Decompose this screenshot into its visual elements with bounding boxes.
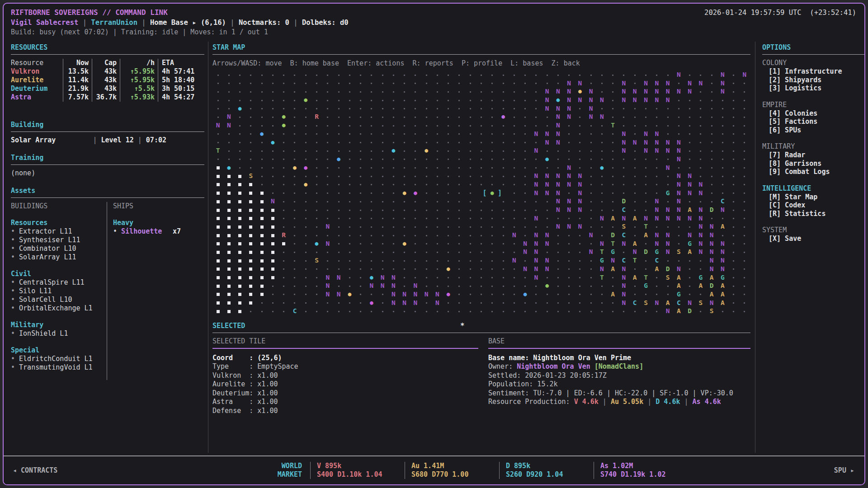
map-cell[interactable] — [739, 79, 750, 88]
map-cell[interactable] — [212, 282, 223, 290]
map-cell[interactable] — [256, 299, 267, 307]
map-cell[interactable] — [223, 299, 234, 307]
map-cell[interactable] — [509, 113, 519, 121]
map-cell[interactable] — [531, 206, 542, 214]
map-cell[interactable] — [300, 70, 311, 79]
map-cell[interactable] — [410, 231, 421, 239]
map-cell[interactable]: C — [618, 231, 629, 239]
map-cell[interactable]: ● — [267, 138, 278, 147]
map-cell[interactable]: N — [542, 138, 552, 147]
map-cell[interactable]: N — [706, 231, 717, 239]
map-cell[interactable] — [256, 189, 267, 197]
map-cell[interactable] — [432, 104, 443, 113]
map-cell[interactable] — [311, 87, 322, 96]
map-cell[interactable] — [585, 180, 596, 189]
map-cell[interactable] — [443, 299, 454, 307]
map-cell[interactable] — [278, 282, 289, 290]
map-cell[interactable] — [256, 164, 267, 172]
map-cell[interactable]: N — [662, 239, 673, 248]
map-cell[interactable] — [235, 222, 245, 231]
map-cell[interactable]: R — [311, 113, 322, 121]
map-cell[interactable] — [684, 265, 695, 273]
map-cell[interactable] — [289, 146, 300, 155]
map-cell[interactable]: N — [706, 256, 717, 265]
map-cell[interactable] — [487, 214, 498, 223]
map-cell[interactable] — [223, 172, 234, 180]
map-cell[interactable] — [399, 214, 410, 223]
map-cell[interactable] — [498, 248, 509, 256]
map-cell[interactable]: N — [410, 290, 421, 299]
map-cell[interactable] — [256, 121, 267, 130]
map-cell[interactable] — [223, 70, 234, 79]
map-cell[interactable] — [410, 113, 421, 121]
map-cell[interactable] — [278, 273, 289, 282]
map-cell[interactable]: N — [542, 130, 552, 138]
map-cell[interactable] — [575, 146, 585, 155]
map-cell[interactable] — [311, 96, 322, 104]
map-cell[interactable] — [256, 70, 267, 79]
map-cell[interactable]: N — [388, 273, 399, 282]
contracts-toggle[interactable]: ◂ CONTRACTS — [4, 466, 248, 474]
map-cell[interactable]: N — [531, 130, 542, 138]
map-cell[interactable] — [322, 96, 333, 104]
map-cell[interactable] — [212, 130, 223, 138]
map-cell[interactable]: N — [531, 180, 542, 189]
map-cell[interactable] — [388, 231, 399, 239]
map-cell[interactable] — [267, 299, 278, 307]
map-cell[interactable]: C — [717, 197, 728, 206]
map-cell[interactable] — [333, 197, 344, 206]
map-cell[interactable] — [212, 239, 223, 248]
map-cell[interactable] — [717, 130, 728, 138]
map-cell[interactable] — [388, 70, 399, 79]
map-cell[interactable] — [618, 248, 629, 256]
map-cell[interactable] — [235, 206, 245, 214]
map-cell[interactable] — [487, 121, 498, 130]
map-cell[interactable] — [498, 180, 509, 189]
map-cell[interactable] — [322, 138, 333, 147]
map-cell[interactable] — [333, 113, 344, 121]
map-cell[interactable] — [432, 256, 443, 265]
map-cell[interactable] — [739, 189, 750, 197]
map-cell[interactable] — [355, 130, 366, 138]
map-cell[interactable]: A — [717, 299, 728, 307]
map-cell[interactable] — [706, 172, 717, 180]
map-cell[interactable] — [662, 180, 673, 189]
map-cell[interactable] — [421, 239, 432, 248]
map-cell[interactable] — [289, 290, 300, 299]
map-cell[interactable] — [432, 87, 443, 96]
map-cell[interactable] — [344, 222, 355, 231]
map-cell[interactable] — [487, 113, 498, 121]
map-cell[interactable] — [223, 231, 234, 239]
map-cell[interactable] — [278, 222, 289, 231]
map-cell[interactable]: N — [695, 180, 706, 189]
map-cell[interactable] — [322, 248, 333, 256]
map-cell[interactable]: N — [684, 231, 695, 239]
map-cell[interactable] — [640, 206, 651, 214]
map-cell[interactable] — [596, 79, 607, 88]
map-cell[interactable] — [344, 113, 355, 121]
map-cell[interactable] — [552, 256, 563, 265]
map-cell[interactable]: A — [662, 299, 673, 307]
map-cell[interactable] — [410, 70, 421, 79]
map-cell[interactable]: N — [673, 206, 684, 214]
map-cell[interactable] — [311, 214, 322, 223]
map-cell[interactable] — [235, 113, 245, 121]
map-cell[interactable]: N — [618, 138, 629, 147]
map-cell[interactable] — [278, 96, 289, 104]
map-cell[interactable] — [377, 222, 388, 231]
map-cell[interactable] — [245, 138, 256, 147]
map-cell[interactable] — [355, 239, 366, 248]
map-cell[interactable] — [278, 155, 289, 164]
map-cell[interactable] — [256, 248, 267, 256]
map-cell[interactable] — [476, 299, 486, 307]
map-cell[interactable] — [728, 222, 739, 231]
map-cell[interactable] — [245, 197, 256, 206]
map-cell[interactable] — [443, 79, 454, 88]
map-cell[interactable]: N — [531, 214, 542, 223]
map-cell[interactable] — [487, 130, 498, 138]
map-cell[interactable] — [695, 172, 706, 180]
map-cell[interactable] — [223, 146, 234, 155]
map-cell[interactable] — [212, 197, 223, 206]
map-cell[interactable] — [223, 307, 234, 315]
map-cell[interactable]: ● — [235, 104, 245, 113]
